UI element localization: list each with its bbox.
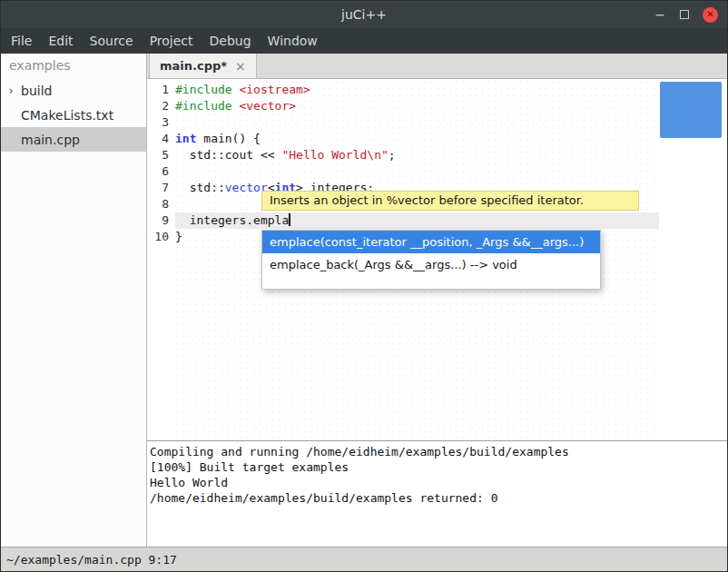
output-line: /home/eidheim/examples/build/examples re… <box>150 490 724 506</box>
tab-label: main.cpp* <box>160 59 227 73</box>
code-line[interactable]: 1#include <iostream> <box>147 82 727 98</box>
line-number: 7 <box>147 180 172 196</box>
code-text <box>175 114 659 131</box>
window-title: juCi++ <box>341 7 387 22</box>
completion-item[interactable]: emplace_back(_Args &&__args...) --> void <box>262 253 600 276</box>
code-line[interactable]: 4int main() { <box>147 131 727 147</box>
tree-item-label: CMakeLists.txt <box>21 108 113 123</box>
output-line: Compiling and running /home/eidheim/exam… <box>150 444 724 459</box>
line-number: 1 <box>147 82 172 98</box>
code-text: #include <iostream> <box>175 82 659 98</box>
sidebar: examples ›buildCMakeLists.txtmain.cpp <box>1 54 147 547</box>
menu-item-file[interactable]: File <box>3 28 40 54</box>
code-text: #include <vector> <box>175 98 659 114</box>
status-bar: ~/examples/main.cpp 9:17 <box>1 547 727 571</box>
tree-item-label: build <box>21 84 52 98</box>
code-line[interactable]: 3 <box>147 114 727 131</box>
completion-item[interactable]: emplace(const_iterator __position, _Args… <box>262 231 600 253</box>
code-token: int <box>175 132 196 145</box>
code-line[interactable]: 9 integers.empla <box>147 212 727 229</box>
tab-close-icon[interactable]: × <box>235 60 246 73</box>
menu-item-project[interactable]: Project <box>142 28 202 54</box>
line-number: 3 <box>147 114 172 131</box>
code-text: std::cout << "Hello World\n"; <box>175 147 659 163</box>
doc-tooltip: Inserts an object in %vector before spec… <box>261 191 639 211</box>
editor[interactable]: 1#include <iostream>2#include <vector>34… <box>147 79 727 440</box>
line-number: 2 <box>147 98 172 114</box>
code-token: ; <box>389 148 396 162</box>
restore-button[interactable] <box>680 10 689 19</box>
code-text: integers.empla <box>175 212 659 229</box>
editor-scrollbar[interactable] <box>660 82 722 138</box>
line-number: 6 <box>147 163 172 180</box>
output-panel[interactable]: Compiling and running /home/eidheim/exam… <box>147 440 727 547</box>
tree-item-main-cpp[interactable]: main.cpp <box>1 127 146 152</box>
text-caret <box>289 213 290 226</box>
code-line[interactable]: 5 std::cout << "Hello World\n"; <box>147 147 727 163</box>
code-token: <iostream> <box>239 83 310 96</box>
tab-main-cpp[interactable]: main.cpp*× <box>149 54 257 78</box>
code-token: <vector> <box>239 99 296 113</box>
code-token: std::cout << <box>175 148 281 162</box>
tab-bar: main.cpp*× <box>147 54 727 79</box>
tree-item-label: main.cpp <box>21 133 80 147</box>
code-text <box>175 163 659 180</box>
project-name-header: examples <box>1 54 146 78</box>
line-number: 5 <box>147 147 172 163</box>
close-icon: ✕ <box>706 10 713 19</box>
main-area: examples ›buildCMakeLists.txtmain.cpp ma… <box>1 54 727 547</box>
menu-item-window[interactable]: Window <box>260 28 326 54</box>
code-token: std:: <box>175 181 225 194</box>
code-token: } <box>175 230 182 243</box>
menu-item-debug[interactable]: Debug <box>202 28 260 54</box>
code-line[interactable]: 2#include <vector> <box>147 98 727 114</box>
close-button[interactable]: ✕ <box>703 7 718 23</box>
tree-item-build[interactable]: ›build <box>1 78 146 103</box>
code-token: integers.empla <box>175 213 289 227</box>
line-number: 9 <box>147 212 172 229</box>
chevron-right-icon[interactable]: › <box>1 84 21 97</box>
code-token: main() { <box>196 132 260 145</box>
minimize-button[interactable]: − <box>654 8 666 21</box>
line-number: 8 <box>147 196 172 212</box>
completion-popup: emplace(const_iterator __position, _Args… <box>261 230 601 290</box>
code-token: #include <box>175 99 232 113</box>
code-line[interactable]: 6 <box>147 163 727 180</box>
tree-item-cmakelists-txt[interactable]: CMakeLists.txt <box>1 103 146 127</box>
status-text: ~/examples/main.cpp 9:17 <box>6 553 177 567</box>
menu-item-source[interactable]: Source <box>82 28 142 54</box>
menu-item-edit[interactable]: Edit <box>40 28 81 54</box>
app-window: juCi++ − ✕ FileEditSourceProjectDebugWin… <box>0 0 728 572</box>
output-line: [100%] Built target examples <box>150 459 724 475</box>
line-number: 10 <box>147 229 172 245</box>
code-token: "Hello World\n" <box>281 148 388 162</box>
title-bar: juCi++ − ✕ <box>1 1 727 28</box>
file-tree: ›buildCMakeLists.txtmain.cpp <box>1 78 146 152</box>
code-text: int main() { <box>175 131 659 147</box>
code-lines: 1#include <iostream>2#include <vector>34… <box>147 82 727 245</box>
editor-column: main.cpp*× 1#include <iostream>2#include… <box>147 54 727 547</box>
code-token: #include <box>175 83 232 96</box>
menu-bar: FileEditSourceProjectDebugWindow <box>1 28 727 54</box>
line-number: 4 <box>147 131 172 147</box>
window-controls: − ✕ <box>654 1 718 28</box>
output-line: Hello World <box>150 475 724 490</box>
